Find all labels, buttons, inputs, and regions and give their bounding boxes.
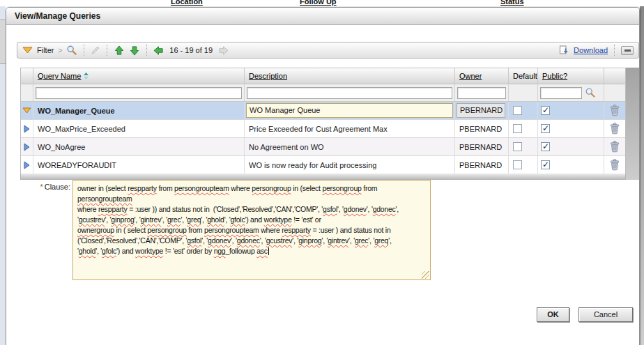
ok-button[interactable]: OK <box>537 307 569 322</box>
table-footer-bar <box>20 174 626 180</box>
description-cell[interactable]: WO is now ready for Audit processing <box>245 156 455 174</box>
background-column-link-location[interactable]: Location <box>171 0 203 6</box>
background-page-header: Location Follow Up Status <box>0 0 644 6</box>
owner-cell: PBERNARD <box>455 120 509 137</box>
cancel-button[interactable]: Cancel <box>578 307 633 322</box>
description-cell[interactable]: WO Manager Queue <box>245 102 455 119</box>
toolbar-separator <box>107 45 107 56</box>
filter-button[interactable] <box>22 47 33 54</box>
query-name-sort-link[interactable]: Query Name <box>38 72 81 80</box>
dialog-title: View/Manage Queries <box>6 8 639 25</box>
clause-label: *Clause: <box>26 183 70 191</box>
toolbar-separator <box>84 45 84 56</box>
header-query-name[interactable]: Query Name <box>33 68 245 84</box>
query-name-cell[interactable]: WOREADYFORAUDIT <box>33 156 245 174</box>
description-filter-input[interactable] <box>247 87 452 99</box>
selected-row-icon <box>22 107 31 114</box>
delete-row-button[interactable] <box>604 138 625 155</box>
row-indicator-cell[interactable] <box>21 156 33 174</box>
row-indicator-cell[interactable] <box>21 138 33 155</box>
default-checkbox[interactable] <box>509 156 538 174</box>
query-name-cell[interactable]: WO_NoAgree <box>33 138 245 155</box>
row-arrow-icon <box>24 125 30 133</box>
table-row[interactable]: WO_NoAgree No Agreement on WO PBERNARD <box>21 138 625 156</box>
background-column-link-followup[interactable]: Follow Up <box>300 0 337 6</box>
query-name-cell[interactable]: WO_Manager_Queue <box>33 102 245 119</box>
search-toggle-button[interactable] <box>66 45 77 56</box>
download-link[interactable]: Download <box>574 46 608 54</box>
trash-icon <box>610 141 620 153</box>
arrow-down-icon <box>129 45 140 56</box>
clause-textarea[interactable]: owner in (select respparty from persongr… <box>72 180 431 280</box>
delete-row-button[interactable] <box>604 120 625 137</box>
owner-filter-input[interactable] <box>457 87 506 99</box>
previous-page-button[interactable] <box>153 45 164 56</box>
view-manage-queries-dialog: View/Manage Queries Filter <box>6 7 640 345</box>
filter-indicator-cell <box>21 84 33 101</box>
header-public[interactable]: Public? <box>538 68 604 84</box>
filter-triangle-icon <box>22 47 33 54</box>
header-indicator-column <box>21 68 33 84</box>
row-arrow-icon <box>24 143 30 151</box>
default-checkbox[interactable] <box>509 138 538 155</box>
public-filter-input[interactable] <box>540 87 582 99</box>
row-indicator-cell[interactable] <box>21 102 33 119</box>
trash-icon <box>610 159 620 171</box>
description-cell[interactable]: Price Exceeded for Cust Agreement Max <box>245 120 455 137</box>
pencil-icon <box>91 45 100 55</box>
download-button[interactable] <box>559 45 569 56</box>
table-body: WO_Manager_Queue WO Manager Queue PBERNA… <box>21 102 625 174</box>
previous-row-button[interactable] <box>114 45 125 56</box>
edit-query-button-disabled[interactable] <box>91 45 100 55</box>
text-cursor <box>268 247 269 255</box>
header-description[interactable]: Description <box>245 68 455 84</box>
table-header-row: Query Name Description Owner Default? Pu… <box>21 68 625 84</box>
table-row[interactable]: WOREADYFORAUDIT WO is now ready for Audi… <box>21 156 625 174</box>
toolbar-separator <box>614 45 615 56</box>
resize-grip-icon[interactable] <box>422 271 429 279</box>
trash-icon <box>610 123 620 135</box>
public-checkbox[interactable] <box>538 156 604 174</box>
background-column-link-status[interactable]: Status <box>500 0 524 6</box>
next-page-button-disabled[interactable] <box>218 45 229 56</box>
sort-ascending-icon <box>83 72 89 80</box>
pagination-text: 16 - 19 of 19 <box>169 46 213 54</box>
queries-table: Query Name Description Owner Default? Pu… <box>20 68 626 174</box>
default-checkbox[interactable] <box>509 102 538 119</box>
row-arrow-icon <box>24 161 30 169</box>
query-name-cell[interactable]: WO_MaxPrice_Exceeded <box>33 120 245 137</box>
public-checkbox[interactable] <box>538 138 604 155</box>
download-icon <box>559 45 569 56</box>
delete-row-button[interactable] <box>604 102 625 119</box>
public-checkbox[interactable] <box>538 120 604 137</box>
filter-search-icon[interactable] <box>585 87 596 98</box>
default-filter-cell <box>509 84 538 101</box>
default-checkbox[interactable] <box>509 120 538 137</box>
required-field-marker: * <box>40 183 43 191</box>
clause-text: owner in (select respparty from persongr… <box>77 183 426 256</box>
filter-label[interactable]: Filter <box>37 46 54 54</box>
header-delete-column <box>604 68 625 84</box>
row-indicator-cell[interactable] <box>21 120 33 137</box>
table-filter-row <box>21 84 625 102</box>
public-checkbox[interactable] <box>538 102 604 119</box>
owner-cell: PBERNARD <box>455 102 509 119</box>
background-right-strip <box>640 6 644 345</box>
description-cell[interactable]: No Agreement on WO <box>245 138 455 155</box>
trash-icon <box>610 105 620 116</box>
delete-filter-cell <box>604 84 625 101</box>
header-owner[interactable]: Owner <box>455 68 509 84</box>
table-toolbar: Filter <box>17 42 639 59</box>
owner-cell: PBERNARD <box>455 156 509 174</box>
collapse-table-button[interactable] <box>621 46 634 55</box>
arrow-left-icon <box>153 45 164 56</box>
table-scroll-area[interactable] <box>626 68 639 180</box>
next-row-button[interactable] <box>129 45 140 56</box>
owner-cell: PBERNARD <box>455 138 509 155</box>
chevron-right-icon <box>58 46 62 54</box>
table-row[interactable]: WO_Manager_Queue WO Manager Queue PBERNA… <box>21 102 625 120</box>
magnifier-icon <box>66 45 77 56</box>
delete-row-button[interactable] <box>604 156 625 174</box>
query-name-filter-input[interactable] <box>36 87 242 99</box>
table-row[interactable]: WO_MaxPrice_Exceeded Price Exceeded for … <box>21 120 625 138</box>
